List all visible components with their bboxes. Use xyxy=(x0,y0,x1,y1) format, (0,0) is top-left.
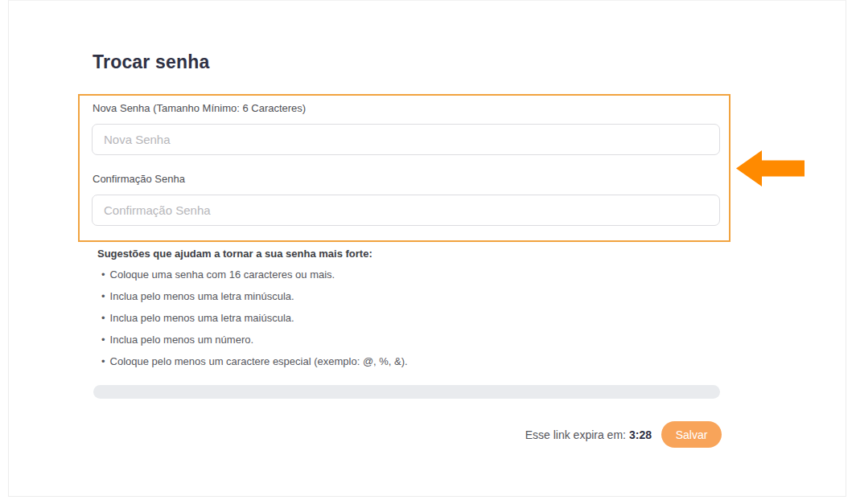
bullet-icon: • xyxy=(101,290,105,303)
suggestion-item: • Inclua pelo menos uma letra maiúscula. xyxy=(101,312,408,325)
new-password-input[interactable] xyxy=(92,124,720,155)
suggestion-text: Inclua pelo menos uma letra minúscula. xyxy=(110,290,294,303)
new-password-label: Nova Senha (Tamanho Mínimo: 6 Caracteres… xyxy=(93,102,306,114)
save-button[interactable]: Salvar xyxy=(661,421,722,448)
expiry-label: Esse link expira em: xyxy=(525,428,626,441)
suggestion-item: • Inclua pelo menos uma letra minúscula. xyxy=(101,290,408,303)
confirm-password-input[interactable] xyxy=(92,195,720,226)
suggestions-header: Sugestões que ajudam a tornar a sua senh… xyxy=(97,248,372,260)
bullet-icon: • xyxy=(101,355,105,368)
page-title: Trocar senha xyxy=(93,51,210,73)
arrow-left-icon xyxy=(736,150,805,186)
suggestion-text: Coloque uma senha com 16 caracteres ou m… xyxy=(110,268,335,281)
suggestion-text: Inclua pelo menos um número. xyxy=(110,334,253,346)
suggestion-text: Inclua pelo menos uma letra maiúscula. xyxy=(110,312,294,325)
password-strength-bar xyxy=(93,385,720,399)
bullet-icon: • xyxy=(101,312,105,325)
suggestions-list: • Coloque uma senha com 16 caracteres ou… xyxy=(101,268,408,368)
suggestion-item: • Coloque uma senha com 16 caracteres ou… xyxy=(101,268,408,281)
suggestion-text: Coloque pelo menos um caractere especial… xyxy=(110,355,408,368)
page: Trocar senha Nova Senha (Tamanho Mínimo:… xyxy=(0,0,856,504)
expiry-countdown: 3:28 xyxy=(629,428,652,441)
bullet-icon: • xyxy=(101,268,105,281)
link-expiry-text: Esse link expira em:3:28 xyxy=(525,428,652,441)
bullet-icon: • xyxy=(101,334,105,346)
confirm-password-label: Confirmação Senha xyxy=(93,173,185,185)
suggestion-item: • Inclua pelo menos um número. xyxy=(101,334,408,346)
suggestion-item: • Coloque pelo menos um caractere especi… xyxy=(101,355,408,368)
